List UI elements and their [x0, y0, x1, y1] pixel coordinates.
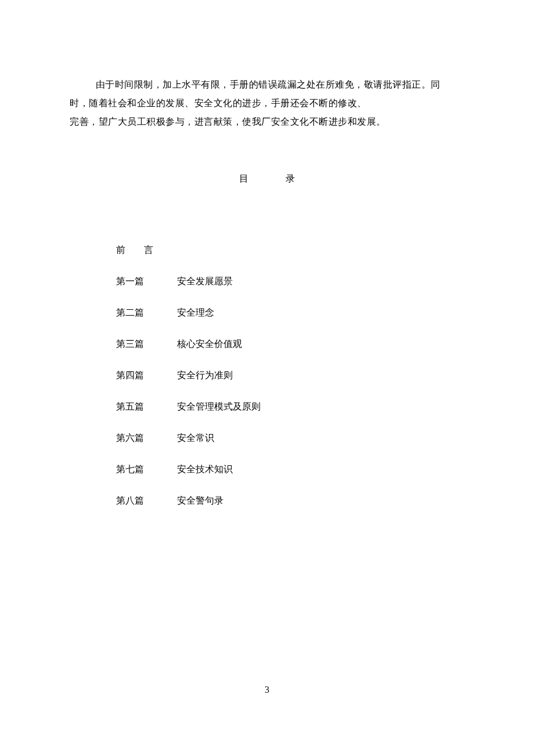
- toc-item: 第六篇 安全常识: [116, 431, 464, 445]
- toc-item: 前言: [116, 243, 464, 257]
- toc-label: 第八篇: [116, 494, 177, 508]
- toc-item: 第五篇 安全管理模式及原则: [116, 400, 464, 414]
- toc-item: 第二篇 安全理念: [116, 306, 464, 320]
- toc-label: 第七篇: [116, 462, 177, 476]
- toc-title: 安全技术知识: [177, 462, 464, 476]
- toc-item: 第七篇 安全技术知识: [116, 462, 464, 476]
- toc-title: 安全常识: [177, 431, 464, 445]
- toc-label: 第四篇: [116, 368, 177, 382]
- toc-label: 第一篇: [116, 274, 177, 288]
- toc-list: 前言 第一篇 安全发展愿景 第二篇 安全理念 第三篇 核心安全价值观 第四篇 安…: [70, 243, 464, 508]
- toc-label: 第五篇: [116, 400, 177, 414]
- toc-title: 安全理念: [177, 306, 464, 320]
- page-number: 3: [0, 685, 534, 695]
- toc-title: 安全警句录: [177, 494, 464, 508]
- toc-item: 第四篇 安全行为准则: [116, 368, 464, 382]
- toc-item: 第一篇 安全发展愿景: [116, 274, 464, 288]
- toc-item: 第八篇 安全警句录: [116, 494, 464, 508]
- intro-text-line3: 完善，望广大员工积极参与，进言献策，使我厂安全文化不断进步和发展。: [70, 113, 464, 131]
- toc-header: 目录: [70, 173, 464, 185]
- toc-title: 安全发展愿景: [177, 274, 464, 288]
- page-content: 由于时间限制，加上水平有限，手册的错误疏漏之处在所难免，敬请批评指正。同 时，随…: [0, 0, 534, 508]
- toc-label: 第二篇: [116, 306, 177, 320]
- intro-text-line2: 时，随着社会和企业的发展、安全文化的进步，手册还会不断的修改、: [70, 94, 464, 113]
- toc-label: 第六篇: [116, 431, 177, 445]
- toc-title: 核心安全价值观: [177, 337, 464, 351]
- toc-item: 第三篇 核心安全价值观: [116, 337, 464, 351]
- intro-paragraph: 由于时间限制，加上水平有限，手册的错误疏漏之处在所难免，敬请批评指正。同 时，随…: [70, 75, 464, 131]
- toc-label: 前言: [116, 243, 177, 257]
- intro-text-line1: 由于时间限制，加上水平有限，手册的错误疏漏之处在所难免，敬请批评指正。同: [70, 75, 464, 94]
- toc-label: 第三篇: [116, 337, 177, 351]
- toc-title: 安全管理模式及原则: [177, 400, 464, 414]
- toc-title: [177, 243, 464, 257]
- toc-title: 安全行为准则: [177, 368, 464, 382]
